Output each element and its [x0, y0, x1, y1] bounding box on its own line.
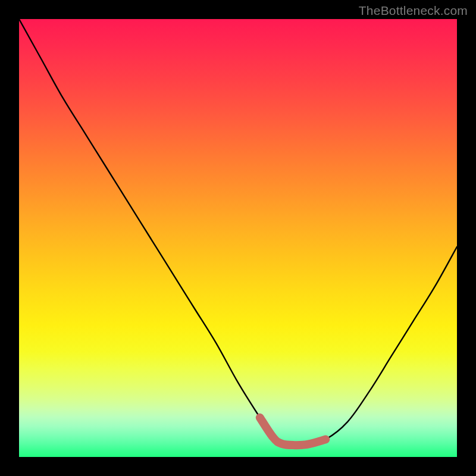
optimal-range-highlight	[260, 418, 325, 445]
watermark-label: TheBottleneck.com	[359, 4, 468, 18]
plot-area	[19, 19, 457, 457]
chart-stage: TheBottleneck.com	[0, 0, 476, 476]
bottleneck-curve	[19, 19, 457, 445]
curve-layer	[19, 19, 457, 457]
